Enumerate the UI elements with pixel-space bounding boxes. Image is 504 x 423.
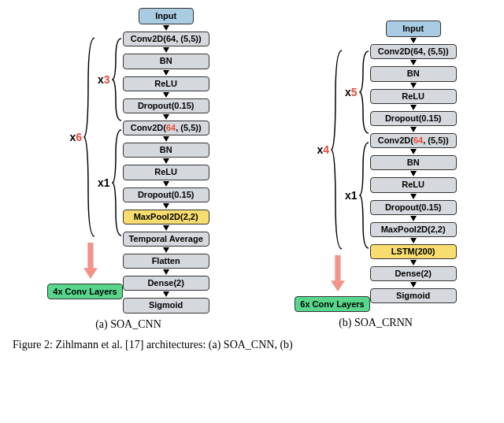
arrow-down-icon (163, 25, 169, 31)
dropout-box: Dropout(0.15) (370, 111, 457, 126)
arrow-down-icon (163, 225, 169, 231)
arrow-down-icon (410, 83, 417, 88)
relu-box: ReLU (123, 76, 209, 91)
arrow-down-icon (163, 47, 169, 53)
panel-a-caption: (a) SOA_CNN (95, 318, 161, 331)
mult-inner2-b: x1 (345, 189, 358, 202)
conv-layers-note-a: 4x Conv Layers (47, 284, 122, 299)
arrow-down-icon (410, 127, 417, 132)
conv2d-box: Conv2D(64, (5,5)) (123, 121, 209, 135)
relu-box: ReLU (370, 177, 457, 192)
dropout-box: Dropout(0.15) (123, 187, 209, 202)
dropout-box: Dropout(0.15) (370, 200, 457, 215)
arrow-down-icon (163, 181, 169, 187)
panel-a: x6 x3 x1 (8, 8, 249, 331)
brace-icon (359, 50, 370, 135)
arrow-down-icon (163, 92, 169, 98)
relu-box: ReLU (123, 165, 209, 180)
arrow-down-icon (410, 260, 417, 265)
sigmoid-box: Sigmoid (370, 288, 457, 303)
arrow-down-icon (410, 105, 417, 110)
arrow-down-icon (410, 171, 417, 176)
lstm-box: LSTM(200) (370, 244, 457, 259)
input-box: Input (386, 20, 441, 37)
arrow-down-icon (163, 269, 169, 275)
down-arrow-icon (83, 243, 98, 279)
dropout-box: Dropout(0.15) (123, 98, 209, 113)
arrow-down-icon (163, 158, 169, 164)
dense-box: Dense(2) (123, 276, 209, 291)
arrow-down-icon (163, 70, 169, 76)
relu-box: ReLU (370, 89, 457, 104)
arrow-down-icon (163, 203, 169, 209)
panel-b-left-annot: x4 x5 x1 6x Conv L (295, 20, 369, 312)
maxpool-box: MaxPool2D(2,2) (123, 210, 209, 224)
bn-box: BN (370, 155, 457, 170)
flatten-box: Flatten (123, 254, 209, 269)
brace-icon (83, 36, 96, 238)
brace-icon (112, 128, 123, 237)
temporal-average-box: Temporal Average (123, 232, 209, 247)
panel-a-left-annot: x6 x3 x1 (47, 8, 122, 314)
arrow-down-icon (410, 238, 417, 243)
figure-caption: Figure 2: Zihlmann et al. [17] architect… (8, 339, 496, 351)
arrow-down-icon (163, 136, 169, 142)
arrow-down-icon (163, 247, 169, 253)
bn-box: BN (123, 143, 209, 158)
input-box: Input (139, 8, 194, 24)
mult-inner1-a: x3 (98, 73, 110, 86)
arrow-down-icon (410, 216, 417, 221)
brace-icon (112, 37, 123, 122)
mult-outer-a: x6 (69, 131, 82, 143)
arrow-down-icon (410, 149, 417, 154)
bn-box: BN (123, 54, 209, 69)
brace-icon (331, 49, 343, 250)
arrow-down-icon (410, 282, 417, 288)
stack-b: Input Conv2D(64, (5,5)) BN ReLU Dropout(… (370, 20, 457, 312)
mult-outer-b: x4 (317, 143, 329, 156)
dense-box: Dense(2) (370, 266, 457, 281)
arrow-down-icon (163, 291, 169, 297)
arrow-down-icon (410, 38, 417, 43)
mult-inner2-a: x1 (98, 176, 110, 189)
mult-inner1-b: x5 (345, 86, 358, 98)
arrow-down-icon (410, 60, 417, 65)
arrow-down-icon (163, 114, 169, 120)
conv2d-box: Conv2D(64, (5,5)) (370, 44, 457, 59)
arrow-down-icon (410, 194, 417, 199)
panel-b: x4 x5 x1 6x Conv L (255, 8, 496, 329)
down-arrow-icon (331, 255, 345, 291)
maxpool-box: MaxPool2D(2,2) (370, 222, 457, 237)
conv2d-box: Conv2D(64, (5,5)) (123, 32, 209, 46)
bn-box: BN (370, 66, 457, 81)
conv2d-box: Conv2D(64, (5,5)) (370, 133, 457, 148)
sigmoid-box: Sigmoid (123, 298, 209, 313)
brace-icon (359, 141, 370, 250)
panel-b-caption: (b) SOA_CRNN (339, 317, 413, 329)
conv-layers-note-b: 6x Conv Layers (295, 296, 369, 312)
figure: x6 x3 x1 (8, 8, 496, 331)
stack-a: Input Conv2D(64, (5,5)) BN ReLU Dropout(… (123, 8, 209, 314)
